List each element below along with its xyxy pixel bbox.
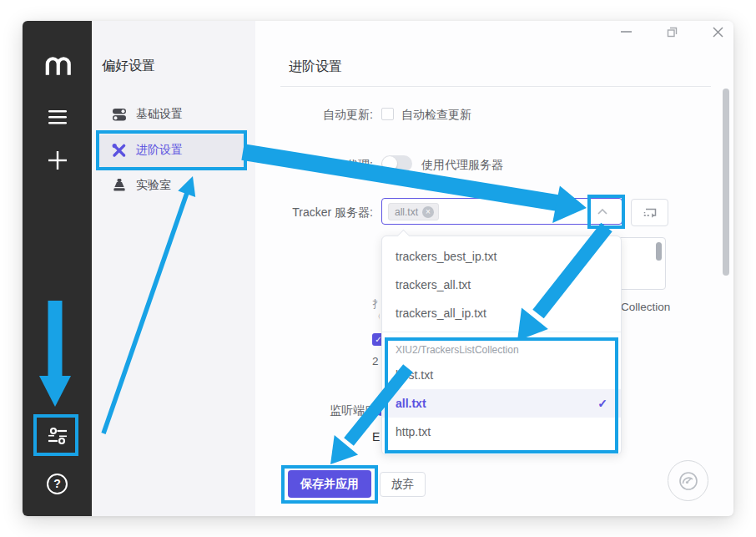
maximize-icon[interactable] <box>663 23 680 40</box>
dropdown-option[interactable]: best.txt <box>382 361 621 389</box>
sync-trackers-button[interactable] <box>631 199 668 226</box>
tracker-dropdown: trackers_best_ip.txt trackers_all.txt tr… <box>381 236 622 455</box>
preferences-menu-panel <box>92 21 255 516</box>
tracker-tag-label: all.txt <box>395 206 418 218</box>
help-glyph: ? <box>53 477 61 490</box>
tracker-server-label: Tracker 服务器: <box>280 205 373 220</box>
dropdown-option[interactable]: trackers_all.txt <box>382 271 621 299</box>
screenshot-stage: ? 偏好设置 基础设置 进阶设置 实验室 <box>0 0 756 537</box>
advanced-settings-icon <box>112 143 127 158</box>
proxy-toggle-label: 使用代理服务器 <box>421 158 503 173</box>
basic-settings-icon <box>112 107 127 122</box>
proxy-toggle[interactable] <box>381 155 412 172</box>
preferences-title: 偏好设置 <box>102 58 155 75</box>
auto-check-update-checkbox[interactable] <box>381 108 394 120</box>
menu-item-advanced-settings[interactable]: 进阶设置 <box>112 143 183 158</box>
listen-port-label: 监听端口 <box>318 403 376 418</box>
auto-check-update-checkbox-label[interactable]: 自动检查更新 <box>401 108 471 123</box>
minimize-icon[interactable] <box>617 23 634 40</box>
auto-update-label: 自动更新: <box>290 108 373 123</box>
hint-text-fragment: 〈 <box>372 310 380 322</box>
preferences-sliders-icon[interactable] <box>23 424 92 448</box>
engine-status-button[interactable] <box>668 460 708 501</box>
menu-item-label: 实验室 <box>136 178 171 193</box>
dropdown-option[interactable]: trackers_best_ip.txt <box>382 242 621 271</box>
tag-close-icon[interactable]: × <box>422 206 434 218</box>
menu-item-label: 进阶设置 <box>136 143 183 158</box>
task-list-icon[interactable] <box>23 108 92 126</box>
dropdown-option-selected[interactable]: all.txt ✓ <box>382 389 621 418</box>
text-fragment: E <box>372 430 380 443</box>
window-controls <box>617 23 726 40</box>
title-divider <box>280 86 711 87</box>
menu-item-lab[interactable]: 实验室 <box>112 178 171 193</box>
chevron-up-icon[interactable] <box>597 209 607 215</box>
motrix-logo <box>23 53 92 79</box>
speedometer-icon <box>676 469 701 494</box>
hint-link-fragment-collection[interactable]: Collection <box>621 301 670 313</box>
sync-interval-fragment: 2 <box>372 355 379 367</box>
window-scrollbar-thumb[interactable] <box>723 89 729 276</box>
sync-icon <box>643 206 658 219</box>
dropdown-option[interactable]: trackers_all_ip.txt <box>382 299 621 327</box>
menu-item-basic-settings[interactable]: 基础设置 <box>112 107 183 122</box>
dropdown-divider <box>382 332 621 332</box>
menu-item-label: 基础设置 <box>136 107 183 122</box>
tracker-tag: all.txt × <box>388 203 439 220</box>
lab-icon <box>112 178 127 193</box>
motrix-logo-icon <box>44 55 71 77</box>
hint-text-fragment: 扌 <box>372 297 380 309</box>
close-icon[interactable] <box>709 23 726 40</box>
save-and-apply-button[interactable]: 保存并应用 <box>288 470 371 498</box>
dropdown-group-label: XIU2/TrackersListCollection <box>382 336 621 361</box>
help-icon[interactable]: ? <box>23 472 92 495</box>
check-icon: ✓ <box>597 389 607 418</box>
discard-button[interactable]: 放弃 <box>380 472 426 497</box>
add-task-icon[interactable] <box>23 150 92 170</box>
dropdown-option[interactable]: http.txt <box>382 418 621 446</box>
textarea-scrollbar-thumb[interactable] <box>656 242 662 261</box>
proxy-label: 代理: <box>290 158 373 173</box>
page-title: 进阶设置 <box>289 58 342 76</box>
